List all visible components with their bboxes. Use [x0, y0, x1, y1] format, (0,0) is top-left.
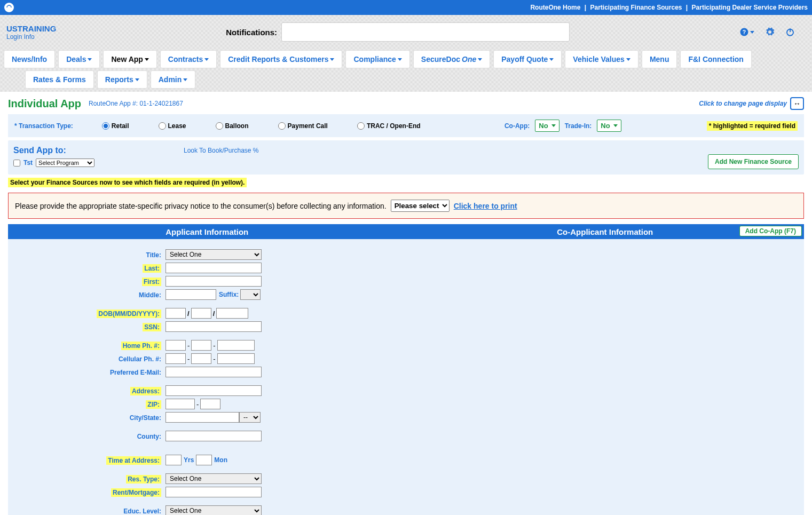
- home-phone-2[interactable]: [191, 340, 211, 351]
- educ-select[interactable]: Select One: [165, 505, 262, 515]
- months-input[interactable]: [196, 455, 212, 465]
- coapp-select[interactable]: No: [535, 120, 559, 132]
- last-name-input[interactable]: [165, 263, 262, 273]
- page-display-link[interactable]: Click to change page display: [699, 100, 787, 107]
- privacy-print-link[interactable]: Click here to print: [454, 202, 517, 210]
- email-input[interactable]: [165, 367, 262, 377]
- send-app-block: Send App to: Look To Book/Purchase % Tst…: [8, 140, 804, 175]
- radio-lease[interactable]: Lease: [159, 122, 186, 130]
- main-nav: News/Info Deals New App Contracts Credit…: [0, 49, 812, 92]
- top-bar-links: RouteOne Home | Participating Finance So…: [530, 4, 808, 11]
- page-title: Individual App: [8, 98, 81, 110]
- applicant-header: Applicant Information Co-Applicant Infor…: [8, 224, 804, 239]
- link-routeone-home[interactable]: RouteOne Home: [530, 4, 580, 11]
- res-type-select[interactable]: Select One: [165, 473, 262, 484]
- page-display-toggle-icon[interactable]: ↔: [790, 97, 804, 110]
- add-finance-source-button[interactable]: Add New Finance Source: [708, 154, 799, 169]
- add-coapp-button[interactable]: Add Co-App (F7): [739, 226, 802, 236]
- label-educ: Educ. Level:: [123, 508, 161, 515]
- transaction-type-options: Retail Lease Balloon Payment Call TRAC /…: [102, 122, 421, 130]
- privacy-state-select[interactable]: Please select: [391, 200, 450, 212]
- transaction-type-row: * Transaction Type: Retail Lease Balloon…: [8, 114, 804, 137]
- years-input[interactable]: [165, 455, 182, 465]
- radio-payment-call[interactable]: Payment Call: [278, 122, 328, 130]
- address-input[interactable]: [165, 385, 262, 396]
- help-icon[interactable]: ?: [739, 27, 754, 37]
- top-bar: RouteOne Home | Participating Finance So…: [0, 0, 812, 15]
- city-input[interactable]: [165, 412, 239, 423]
- tradein-select[interactable]: No: [597, 120, 621, 132]
- tst-label: Tst: [23, 159, 33, 167]
- coapp-label: Co-App:: [504, 122, 530, 130]
- zip-2-input[interactable]: [200, 399, 220, 409]
- tradein-label: Trade-In:: [565, 122, 592, 130]
- zip-1-input[interactable]: [165, 399, 195, 409]
- suffix-select[interactable]: [240, 289, 261, 300]
- privacy-text: Please provide the appropriate state-spe…: [15, 202, 387, 210]
- radio-retail[interactable]: Retail: [102, 122, 129, 130]
- app-logo-icon: [4, 3, 14, 12]
- ssn-input[interactable]: [165, 321, 262, 332]
- nav-reports[interactable]: Reports: [97, 70, 147, 89]
- radio-balloon[interactable]: Balloon: [216, 122, 249, 130]
- label-rent: Rent/Mortgage:: [111, 488, 161, 497]
- dob-yyyy-input[interactable]: [216, 308, 248, 319]
- first-name-input[interactable]: [165, 276, 262, 287]
- org-name: USTRAINING: [6, 24, 56, 33]
- header-strip: USTRAINING Login Info Notifications: ?: [0, 15, 812, 49]
- login-info-link[interactable]: Login Info: [6, 33, 56, 41]
- title-select[interactable]: Select One: [165, 249, 262, 260]
- label-address: Address:: [130, 387, 161, 395]
- county-input[interactable]: [165, 431, 262, 441]
- label-cell-phone: Cellular Ph. #:: [119, 355, 161, 363]
- home-phone-3[interactable]: [217, 340, 255, 351]
- cell-phone-2[interactable]: [191, 353, 211, 364]
- page-main: Individual App RouteOne App #: 01-1-2402…: [0, 92, 812, 515]
- link-dealer-providers[interactable]: Participating Dealer Service Providers: [692, 4, 808, 11]
- cell-phone-1[interactable]: [165, 353, 186, 364]
- dob-mm-input[interactable]: [165, 308, 186, 319]
- tst-checkbox[interactable]: [13, 160, 20, 167]
- nav-admin[interactable]: Admin: [151, 70, 196, 89]
- label-suffix: Suffix:: [219, 291, 239, 298]
- cell-phone-3[interactable]: [217, 353, 255, 364]
- program-select[interactable]: Select Program: [36, 159, 94, 167]
- nav-payoff-quote[interactable]: Payoff Quote: [493, 50, 562, 68]
- label-time-address: Time at Address:: [106, 456, 161, 465]
- label-middle: Middle:: [139, 291, 161, 299]
- dob-dd-input[interactable]: [191, 308, 211, 319]
- applicant-form: Title: Select One Last: First: Middle: S…: [8, 239, 804, 515]
- label-first: First:: [142, 278, 161, 286]
- gear-icon[interactable]: [765, 27, 775, 37]
- radio-trac[interactable]: TRAC / Open-End: [357, 122, 421, 130]
- nav-compliance[interactable]: Compliance: [345, 50, 409, 68]
- state-select[interactable]: --: [239, 412, 261, 423]
- notifications-box[interactable]: [281, 22, 570, 42]
- nav-fi-connection[interactable]: F&I Connection: [680, 50, 751, 68]
- send-app-title: Send App to:: [13, 146, 66, 155]
- label-yrs: Yrs: [184, 456, 194, 464]
- notifications-label: Notifications:: [226, 28, 277, 37]
- power-icon[interactable]: [785, 27, 795, 37]
- nav-vehicle-values[interactable]: Vehicle Values: [565, 50, 638, 68]
- rent-input[interactable]: [165, 487, 262, 497]
- label-title: Title:: [146, 251, 161, 259]
- link-finance-sources[interactable]: Participating Finance Sources: [590, 4, 682, 11]
- nav-new-app[interactable]: New App: [103, 50, 156, 68]
- nav-menu[interactable]: Menu: [642, 50, 677, 68]
- label-mon: Mon: [214, 456, 227, 464]
- nav-credit-reports[interactable]: Credit Reports & Customers: [220, 50, 342, 68]
- label-email: Preferred E-Mail:: [110, 369, 161, 376]
- nav-rates-forms[interactable]: Rates & Forms: [25, 70, 94, 89]
- nav-contracts[interactable]: Contracts: [160, 50, 217, 68]
- look-to-book-link[interactable]: Look To Book/Purchase %: [184, 147, 259, 154]
- applicant-header-left: Applicant Information: [8, 227, 406, 236]
- required-field-note: * highlighted = required field: [707, 121, 798, 131]
- label-city-state: City/State:: [130, 414, 161, 422]
- nav-deals[interactable]: Deals: [58, 50, 100, 68]
- label-zip: ZIP:: [146, 400, 161, 409]
- nav-news-info[interactable]: News/Info: [4, 50, 55, 68]
- nav-securedoc[interactable]: SecureDocOne: [413, 50, 490, 68]
- home-phone-1[interactable]: [165, 340, 186, 351]
- middle-name-input[interactable]: [165, 289, 216, 300]
